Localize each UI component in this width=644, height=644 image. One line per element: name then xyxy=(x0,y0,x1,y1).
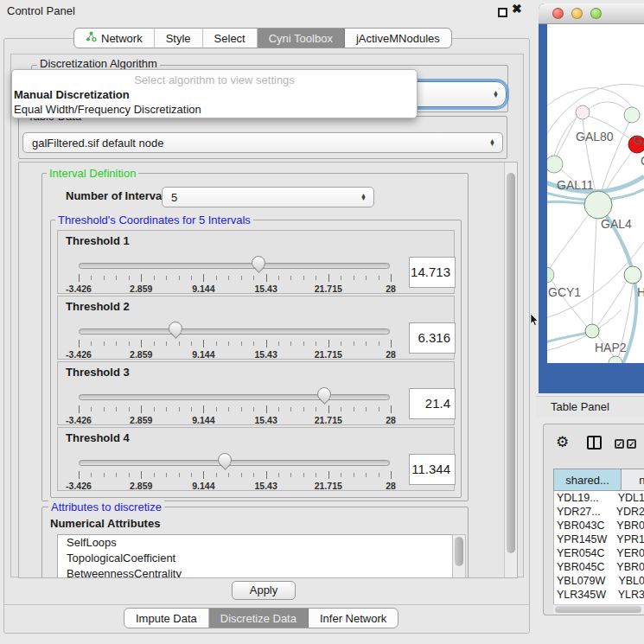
column-layout-icon[interactable] xyxy=(587,436,602,450)
network-icon xyxy=(86,31,97,45)
major-tick xyxy=(328,274,329,282)
cell-shared-name: YER054C xyxy=(554,546,615,560)
node-gal11[interactable] xyxy=(547,156,563,173)
tab-select[interactable]: Select xyxy=(203,29,258,48)
major-tick xyxy=(141,405,142,413)
node-right-mid[interactable] xyxy=(624,266,641,284)
panel-title: Control Panel xyxy=(7,4,75,17)
threshold-slider: -3.4262.8599.14415.4321.71528 xyxy=(79,322,390,360)
table-horizontal-scrollbar[interactable] xyxy=(553,604,644,614)
tab-jactivemnodules[interactable]: jActiveMNodules xyxy=(345,29,451,48)
column-header-name[interactable]: na xyxy=(622,469,644,491)
tick-label: 9.144 xyxy=(192,481,214,491)
float-window-icon[interactable] xyxy=(498,8,507,17)
minor-ticks xyxy=(79,473,391,477)
cell-name: YLR3 xyxy=(616,588,644,602)
tab-label: Select xyxy=(214,32,245,45)
num-intervals-label: Number of Intervals xyxy=(66,189,171,202)
node-top-right[interactable] xyxy=(624,107,640,123)
table-horizontal-scrollbar-thumb[interactable] xyxy=(555,606,641,613)
cell-shared-name: YLR345W xyxy=(554,588,616,602)
major-tick xyxy=(328,340,329,348)
tab-network[interactable]: Network xyxy=(74,29,155,48)
checkbox-icon[interactable]: ✓ xyxy=(627,439,636,449)
attribute-item[interactable]: BetweennessCentrality xyxy=(58,566,452,578)
major-tick xyxy=(141,340,142,348)
num-intervals-combobox[interactable]: 5 ▲▼ xyxy=(162,187,374,207)
threshold-slider: -3.4262.8599.14415.4321.71528 xyxy=(79,388,390,426)
slider-scale: -3.4262.8599.14415.4321.71528 xyxy=(79,340,391,360)
zoom-traffic-light[interactable] xyxy=(590,8,602,19)
major-tick xyxy=(203,405,204,413)
threshold-label: Threshold 4 xyxy=(66,431,130,444)
attribute-item[interactable]: SelfLoops xyxy=(58,535,452,551)
minimize-traffic-light[interactable] xyxy=(571,8,583,19)
interval-group-title: Interval Definition xyxy=(47,167,138,180)
table-header: shared... na xyxy=(553,469,644,491)
node-hap2[interactable] xyxy=(585,324,599,338)
threshold-label: Threshold 2 xyxy=(66,300,130,313)
apply-button[interactable]: Apply xyxy=(232,581,296,600)
dropdown-option-equal-width[interactable]: Equal Width/Frequency Discretization xyxy=(14,103,201,116)
table-panel-title: Table Panel xyxy=(536,396,644,417)
slider-track[interactable] xyxy=(79,263,390,269)
threshold-value-field[interactable]: 14.713 xyxy=(409,257,456,288)
cell-shared-name: YBR043C xyxy=(554,519,615,532)
table-row[interactable]: YER054CYER0 xyxy=(554,546,644,560)
tick-label: -3.426 xyxy=(66,284,92,294)
attribute-item[interactable]: TopologicalCoefficient xyxy=(58,551,452,566)
checkbox-icon[interactable]: ✓ xyxy=(615,439,624,449)
major-tick xyxy=(266,274,267,282)
table-row[interactable]: YBR043CYBR0 xyxy=(554,519,644,532)
threshold-value-field[interactable]: 6.316 xyxy=(409,322,456,354)
tab-style[interactable]: Style xyxy=(155,29,203,48)
threshold-value-field[interactable]: 21.4 xyxy=(409,388,456,419)
tab-cyni-toolbox[interactable]: Cyni Toolbox xyxy=(258,29,345,48)
slider-thumb[interactable] xyxy=(218,453,232,467)
node-gal4[interactable] xyxy=(584,191,612,219)
cell-name: YER0 xyxy=(615,546,644,560)
table-data-combobox[interactable]: galFiltered.sif default node ▲▼ xyxy=(22,132,503,153)
column-header-shared-name[interactable]: shared... xyxy=(553,469,622,491)
node-gal80[interactable] xyxy=(576,105,590,119)
node-label: GCY1 xyxy=(548,285,581,299)
attributes-scrollbar[interactable] xyxy=(452,534,466,578)
network-titlebar[interactable] xyxy=(539,3,644,24)
tab-impute-data[interactable]: Impute Data xyxy=(124,609,209,628)
tick-label: 15.43 xyxy=(254,349,277,360)
algorithm-group-title: Discretization Algorithm xyxy=(37,57,160,70)
slider-thumb[interactable] xyxy=(169,322,182,335)
network-canvas[interactable]: GAL80 GA C GAL11 GAL4 GCY1 H HAP2 xyxy=(547,24,644,363)
table-row[interactable]: YDL19...YDL1 xyxy=(554,491,644,505)
close-traffic-light[interactable] xyxy=(552,8,564,19)
major-tick xyxy=(391,405,392,413)
settings-scrollbar-thumb[interactable] xyxy=(507,173,515,553)
threshold-value-field[interactable]: 11.344 xyxy=(409,454,456,485)
table-row[interactable]: YBR045CYBR0 xyxy=(554,560,644,574)
gear-icon[interactable]: ⚙ xyxy=(556,433,569,451)
slider-track[interactable] xyxy=(79,460,390,466)
attributes-scrollbar-thumb[interactable] xyxy=(455,537,463,566)
minor-ticks xyxy=(79,276,391,280)
tab-discretize-data[interactable]: Discretize Data xyxy=(209,609,309,628)
tab-label: Impute Data xyxy=(136,612,197,625)
table-row[interactable]: YPR145WYPR1 xyxy=(554,532,644,546)
node-bottom-partial[interactable] xyxy=(609,356,622,363)
slider-thumb[interactable] xyxy=(317,387,331,401)
num-intervals-value: 5 xyxy=(171,191,177,204)
major-tick xyxy=(328,471,329,479)
tab-infer-network[interactable]: Infer Network xyxy=(309,609,398,628)
cell-shared-name: YPR145W xyxy=(554,532,615,546)
dropdown-option-manual[interactable]: Manual Discretization xyxy=(14,88,130,101)
table-row[interactable]: YDR27...YDR2 xyxy=(554,505,644,519)
settings-scrollbar[interactable] xyxy=(504,163,517,577)
node-gcy1[interactable] xyxy=(547,267,554,283)
table-row[interactable]: YLR345WYLR3 xyxy=(554,588,644,602)
threshold-row: Threshold 4 -3.4262.8599.14415.4321.7152… xyxy=(57,427,455,491)
slider-track[interactable] xyxy=(79,394,390,400)
slider-track[interactable] xyxy=(79,328,390,335)
tick-label: -3.426 xyxy=(66,349,92,360)
slider-thumb[interactable] xyxy=(252,256,265,270)
table-row[interactable]: YBL079WYBL0 xyxy=(554,574,644,588)
close-icon[interactable]: ✖ xyxy=(512,2,522,16)
